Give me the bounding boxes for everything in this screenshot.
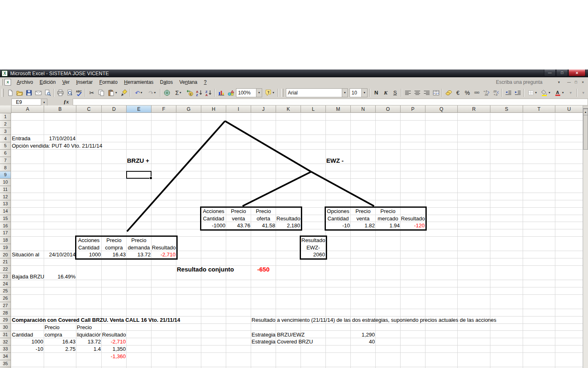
column-header-G[interactable]: G (176, 105, 201, 113)
open-button[interactable] (15, 88, 24, 98)
cell-A5[interactable]: Opción vendida: PUT 40 Vto. 21/11/14 (12, 142, 43, 150)
new-document-button[interactable] (5, 88, 15, 98)
scrollbar-thumb[interactable] (583, 115, 588, 150)
window-close-button[interactable]: × (568, 70, 586, 76)
row-header-29[interactable]: 29 (0, 316, 11, 324)
borders-dropdown-icon[interactable]: ▾ (535, 91, 537, 94)
row-header-34[interactable]: 34 (0, 353, 11, 360)
window-minimize-button[interactable]: — (544, 70, 556, 76)
column-header-C[interactable]: C (76, 105, 102, 113)
cell-G22[interactable]: Resultado conjunto (177, 266, 200, 273)
row-header-21[interactable]: 21 (0, 258, 11, 266)
help-dropdown-icon[interactable]: ▾ (272, 91, 274, 94)
row-header-12[interactable]: 12 (0, 193, 11, 200)
menu-item-3[interactable]: Insertar (73, 78, 96, 86)
insert-function-button[interactable]: ƒx (61, 98, 71, 105)
row-header-33[interactable]: 33 (0, 346, 11, 353)
row-header-7[interactable]: 7 (0, 157, 11, 164)
column-header-R[interactable]: R (458, 105, 490, 113)
row-header-18[interactable]: 18 (0, 237, 11, 244)
font-name-combo[interactable]: Arial▾ (286, 88, 348, 97)
align-left-button[interactable] (403, 88, 412, 98)
percent-style-button[interactable]: % (463, 88, 472, 98)
column-header-U[interactable]: U (555, 105, 583, 113)
font-name-combo-dropdown-icon[interactable]: ▾ (342, 89, 347, 97)
cell-A32[interactable]: 1000 (12, 338, 43, 346)
row-header-30[interactable]: 30 (0, 324, 11, 331)
underline-button[interactable]: S (390, 88, 400, 98)
name-box[interactable]: E9 (11, 99, 45, 105)
cell-J31[interactable]: Estrategia BRZU/EWZ (252, 331, 275, 339)
cell-D33[interactable]: 1,350 (102, 346, 126, 353)
cell-A20[interactable]: Situación al (12, 251, 43, 258)
euro-conversion-button[interactable] (185, 88, 194, 98)
menu-item-5[interactable]: Herramientas (121, 78, 157, 86)
fill-handle[interactable] (149, 177, 152, 180)
scroll-up-button[interactable]: ▲ (583, 109, 588, 115)
row-header-23[interactable]: 23 (0, 273, 11, 280)
cell-B23[interactable]: 16.49% (45, 273, 76, 280)
cell-C32[interactable]: 13.72 (77, 338, 101, 346)
format-painter-button[interactable] (119, 88, 129, 98)
cell-A23[interactable]: Bajada BRZU (12, 273, 43, 280)
undo-dropdown-icon[interactable]: ▾ (140, 91, 142, 94)
row-header-15[interactable]: 15 (0, 215, 11, 222)
menu-item-0[interactable]: Archivo (13, 78, 36, 86)
row-header-35[interactable]: 35 (0, 360, 11, 368)
formula-input[interactable] (73, 99, 588, 105)
autosum-dropdown-icon[interactable]: ▾ (180, 91, 181, 94)
increase-decimal-button[interactable] (481, 88, 491, 98)
toolbar-options-2-button[interactable]: ▾ (579, 88, 588, 98)
row-header-28[interactable]: 28 (0, 309, 11, 316)
menu-item-6[interactable]: Datos (157, 78, 176, 86)
column-header-O[interactable]: O (376, 105, 401, 113)
row-header-22[interactable]: 22 (0, 266, 11, 273)
column-header-N[interactable]: N (351, 105, 376, 113)
column-header-K[interactable]: K (276, 105, 301, 113)
row-header-32[interactable]: 32 (0, 338, 11, 346)
cell-A33[interactable]: -10 (12, 346, 43, 353)
workbook-close-button[interactable]: × (579, 79, 586, 85)
font-color-button[interactable]: ▾ (552, 88, 566, 98)
zoom-combo-dropdown-icon[interactable]: ▾ (256, 89, 262, 97)
row-header-3[interactable]: 3 (0, 128, 11, 135)
cell-J29[interactable]: Resultado a vencimiento (21/11/14) de la… (252, 316, 275, 324)
cell-B20[interactable]: 24/10/2014 (45, 251, 76, 258)
fill-color-dropdown-icon[interactable]: ▾ (548, 91, 550, 94)
workbook-minimize-button[interactable]: — (566, 79, 572, 85)
font-color-dropdown-icon[interactable]: ▾ (562, 91, 564, 94)
row-header-9[interactable]: 9 (0, 171, 11, 179)
cell-C33[interactable]: 1.4 (77, 346, 101, 353)
row-header-27[interactable]: 27 (0, 302, 11, 310)
cell-A29[interactable]: Comparación con Covered Call BRZU. Venta… (12, 316, 43, 324)
cell-A4[interactable]: Entrada (12, 135, 43, 142)
insert-hyperlink-button[interactable] (162, 88, 172, 98)
cell-D34[interactable]: -1,360 (102, 353, 126, 360)
cell-C31[interactable]: liquidación (77, 331, 101, 339)
row-header-1[interactable]: 1 (0, 113, 11, 121)
row-header-25[interactable]: 25 (0, 287, 11, 295)
window-restore-button[interactable]: □ (556, 70, 568, 76)
cell-J32[interactable]: Estrategia Covered BRZU (252, 338, 275, 346)
row-header-6[interactable]: 6 (0, 150, 11, 157)
help-button[interactable]: ▾ (263, 88, 276, 98)
column-header-T[interactable]: T (523, 105, 555, 113)
mail-button[interactable] (33, 88, 43, 98)
decrease-decimal-button[interactable] (491, 88, 500, 98)
toolbar-drag-handle[interactable] (281, 89, 283, 97)
menu-item-1[interactable]: Edición (36, 78, 59, 86)
question-dropdown-icon[interactable]: ▾ (558, 80, 560, 84)
copy-button[interactable] (96, 88, 106, 98)
column-header-A[interactable]: A (11, 105, 44, 113)
save-button[interactable] (24, 88, 33, 98)
row-header-24[interactable]: 24 (0, 280, 11, 287)
redo-button[interactable]: ↷▾ (145, 88, 159, 98)
align-center-button[interactable] (412, 88, 422, 98)
column-header-D[interactable]: D (102, 105, 127, 113)
cell-A31[interactable]: Cantidad (12, 331, 43, 339)
align-right-button[interactable] (422, 88, 431, 98)
cell-M7[interactable]: EWZ - (326, 157, 350, 164)
paste-button[interactable]: ▾ (106, 88, 119, 98)
spelling-button[interactable] (74, 88, 84, 98)
row-header-4[interactable]: 4 (0, 135, 11, 142)
